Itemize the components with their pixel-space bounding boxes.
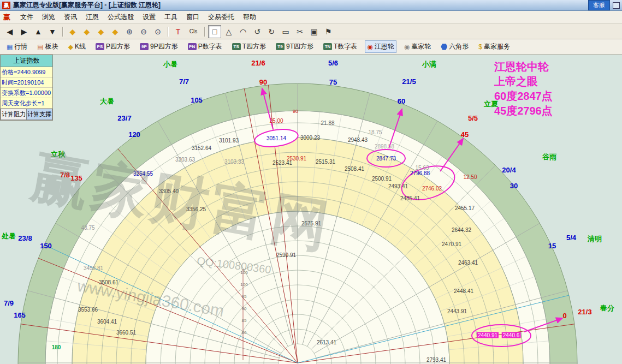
date-label: 春分	[600, 303, 614, 313]
calc-resistance-button[interactable]: 计算阻力	[1, 109, 27, 120]
menu-logo-icon: 赢	[3, 13, 10, 22]
annotation-text: 江恩轮中轮 上帝之眼 60度2847点 45度2796点	[494, 59, 553, 118]
value-label: 2898.58	[375, 144, 394, 150]
nav-back-icon[interactable]: ◀	[3, 25, 16, 38]
rotate-left-icon[interactable]: ↺	[251, 25, 264, 38]
date-label: 大暑	[100, 97, 114, 106]
panel-field: 价格=2440.9099	[1, 67, 52, 77]
value-label: 3051.14	[266, 135, 286, 141]
value-label: 3604.41	[97, 319, 117, 325]
date-label: 7/9	[4, 299, 14, 307]
zoom-out-icon[interactable]: ⊖	[137, 25, 150, 38]
value-label: 3203.63	[175, 157, 195, 163]
triangle-tool-icon[interactable]: △	[222, 25, 235, 38]
rotate-right-icon[interactable]: ↻	[265, 25, 278, 38]
date-label: 清明	[588, 234, 602, 244]
service-button[interactable]: 客服	[588, 0, 610, 10]
menu-item-资讯[interactable]: 资讯	[60, 11, 81, 23]
text-tool-icon[interactable]: T	[171, 25, 185, 38]
date-label: 23/7	[117, 114, 131, 122]
view-kline[interactable]: ◆K线	[66, 40, 88, 53]
view-winner-wheel[interactable]: ◉赢家轮	[402, 40, 433, 53]
value-label: 21.88	[321, 120, 334, 126]
view-sectors[interactable]: ▤板块	[35, 40, 60, 53]
view-p-square[interactable]: PSP四方形	[93, 40, 132, 53]
value-label: 2793.41	[426, 357, 446, 363]
flag-tool-icon[interactable]: ⚑	[322, 25, 335, 38]
date-label: 处暑	[2, 231, 16, 241]
menu-item-工具[interactable]: 工具	[160, 11, 182, 23]
cls-button[interactable]: Cls	[186, 25, 201, 38]
title-bar: 赢 赢家江恩专业版[赢家服务平台] - [上证指数 江恩轮] 客服	[0, 0, 622, 11]
menu-item-浏览[interactable]: 浏览	[38, 11, 60, 23]
9t-square-label: 9T四方形	[286, 42, 313, 51]
date-label: 21/5	[402, 77, 416, 86]
view-hexagon[interactable]: 六角形	[439, 40, 471, 53]
cut-tool-icon[interactable]: ✂	[293, 25, 306, 38]
wave-tool-2-icon[interactable]: ◆	[80, 25, 93, 38]
wave-tool-3-icon[interactable]: ◆	[94, 25, 108, 38]
view-market[interactable]: ▦行情	[4, 40, 29, 53]
menu-item-公式选股[interactable]: 公式选股	[103, 11, 138, 23]
p-table-label: P数字表	[198, 42, 222, 51]
rect-tool-icon[interactable]: □	[208, 25, 221, 38]
menu-item-江恩[interactable]: 江恩	[81, 11, 103, 23]
value-label: 2470.91	[442, 241, 461, 247]
menu-item-设置[interactable]: 设置	[138, 11, 160, 23]
wave-tool-4-icon[interactable]: ◆	[109, 25, 122, 38]
degree-label: 0	[562, 312, 566, 320]
view-service[interactable]: $赢家服务	[476, 40, 512, 53]
view-gann-wheel[interactable]: ◉江恩轮	[365, 40, 396, 53]
tick-label: 80	[242, 330, 247, 335]
value-label: 3660.51	[116, 330, 136, 336]
menu-item-窗口[interactable]: 窗口	[182, 11, 204, 23]
value-label: 18.75	[368, 129, 382, 135]
date-label: 小满	[422, 59, 436, 69]
value-label: 2523.41	[273, 160, 292, 166]
wave-tool-1-icon[interactable]: ◆	[66, 25, 79, 38]
calc-support-button[interactable]: 计算支撑	[27, 109, 52, 120]
value-label: 2455.17	[455, 205, 475, 211]
degree-label: 60	[398, 97, 405, 105]
main-toolbar: ◀▶▲▼◆◆◆◆⊕⊖⊙TCls□△◠↺↻▭✂▣⚑	[0, 24, 622, 39]
date-label: 5/6	[328, 59, 338, 67]
zoom-in-icon[interactable]: ⊕	[123, 25, 136, 38]
menu-item-帮助[interactable]: 帮助	[239, 11, 260, 23]
value-label: 2613.41	[317, 339, 336, 345]
view-t-table[interactable]: TNT数字表	[321, 40, 359, 53]
eraser-tool-icon[interactable]: ▭	[279, 25, 292, 38]
service-label: 赢家服务	[484, 42, 510, 51]
date-label: 立秋	[51, 150, 65, 159]
capture-tool-icon[interactable]: ▣	[307, 25, 321, 38]
date-label: 5/4	[566, 234, 576, 242]
restore-icon[interactable]	[613, 2, 620, 9]
tick-label: 90	[242, 306, 247, 311]
9p-square-icon: 9P	[140, 43, 149, 50]
nav-down-icon[interactable]: ▼	[46, 25, 59, 38]
app-window: 赢 赢家江恩专业版[赢家服务平台] - [上证指数 江恩轮] 客服 赢 文件浏览…	[0, 0, 622, 364]
menu-item-交易委托[interactable]: 交易委托	[204, 11, 239, 23]
view-9t-square[interactable]: T99T四方形	[274, 40, 316, 53]
chart-area: 907510560120451353015015165018021/65/6小暑…	[0, 55, 622, 364]
panel-rows: 价格=2440.9099时间=20190104变换系数=1.00000周天变化步…	[1, 67, 52, 109]
arc-tool-icon[interactable]: ◠	[236, 25, 250, 38]
value-label: 2644.32	[452, 227, 471, 233]
value-label: 3152.64	[192, 145, 211, 151]
nav-forward-icon[interactable]: ▶	[17, 25, 31, 38]
tick-label: 105	[240, 270, 247, 275]
view-p-table[interactable]: PNP数字表	[186, 40, 224, 53]
gann-wheel-icon: ◉	[367, 43, 372, 51]
nav-up-icon[interactable]: ▲	[32, 25, 45, 38]
menu-item-文件[interactable]: 文件	[16, 11, 38, 23]
annotation-line: 45度2796点	[494, 104, 553, 118]
annotation-line: 上帝之眼	[494, 74, 553, 89]
degree-label: 90	[259, 78, 267, 86]
value-label: 2796.88	[410, 170, 430, 176]
t-table-icon: TN	[323, 43, 332, 50]
view-9p-square[interactable]: 9P9P四方形	[138, 40, 180, 53]
zoom-fit-icon[interactable]: ⊙	[151, 25, 164, 38]
view-t-square[interactable]: TST四方形	[230, 40, 268, 53]
degree-label: 150	[40, 242, 52, 250]
index-info-panel: 上证指数 价格=2440.9099时间=20190104变换系数=1.00000…	[0, 55, 53, 121]
panel-title: 上证指数	[1, 55, 52, 67]
